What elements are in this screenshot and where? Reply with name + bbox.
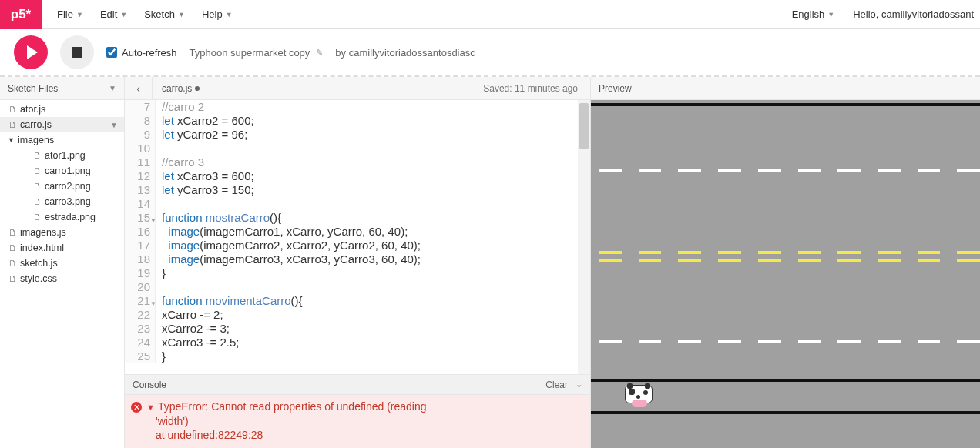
file-estrada-png[interactable]: 🗋estrada.png — [0, 209, 124, 225]
file-icon: 🗋 — [8, 243, 17, 252]
file-icon: 🗋 — [8, 274, 17, 283]
file-ator-js[interactable]: 🗋ator.js — [0, 102, 124, 117]
console-clear-button[interactable]: Clear — [545, 379, 568, 390]
caret-down-icon[interactable]: ▼ — [110, 121, 118, 129]
autorefresh-label: Auto-refresh — [122, 47, 177, 59]
file-icon: 🗋 — [32, 197, 42, 206]
file-sketch-js[interactable]: 🗋sketch.js — [0, 256, 124, 271]
chevron-down-icon[interactable]: ⌄ — [576, 379, 582, 389]
folder-open-icon: ▼ — [8, 136, 15, 144]
caret-down-icon: ▼ — [827, 11, 834, 18]
file-carro-js[interactable]: 🗋carro.js▼ — [0, 117, 124, 132]
error-caret-icon: ▼ — [146, 403, 155, 412]
caret-down-icon: ▼ — [120, 11, 127, 18]
unsaved-dot-icon — [195, 86, 200, 91]
sidebar: Sketch Files ▼ 🗋ator.js 🗋carro.js▼ ▼imag… — [0, 77, 125, 448]
console-title: Console — [133, 379, 166, 390]
editor-tabs: ‹ carro.js Saved: 11 minutes ago — [125, 77, 590, 100]
menu-edit-label: Edit — [100, 8, 117, 20]
scrollbar[interactable] — [578, 100, 590, 374]
pencil-icon[interactable]: ✎ — [316, 48, 323, 58]
preview-pane: Preview — [591, 77, 980, 448]
menu-help[interactable]: Help▼ — [196, 5, 239, 23]
code-editor[interactable]: 7//carro 2 8let xCarro2 = 600; 9let yCar… — [125, 100, 590, 374]
sketch-name[interactable]: Typhoon supermarket copy ✎ — [190, 47, 324, 59]
file-icon: 🗋 — [32, 151, 42, 160]
menu-file-label: File — [57, 8, 73, 20]
tab-carro-js[interactable]: carro.js — [153, 83, 209, 94]
file-carro2-png[interactable]: 🗋carro2.png — [0, 179, 124, 194]
saved-status: Saved: 11 minutes ago — [483, 83, 590, 94]
byline: by camillyvitoriadossantosdiasc — [335, 47, 475, 59]
file-tree: 🗋ator.js 🗋carro.js▼ ▼imagens 🗋ator1.png … — [0, 100, 124, 448]
error-icon: ✕ — [131, 402, 142, 413]
file-icon: 🗋 — [8, 105, 17, 114]
sidebar-title: Sketch Files — [8, 83, 58, 94]
file-imagens-js[interactable]: 🗋imagens.js — [0, 225, 124, 240]
caret-down-icon: ▼ — [226, 11, 233, 18]
play-icon — [27, 45, 38, 59]
file-index-html[interactable]: 🗋index.html — [0, 240, 124, 256]
menu-sketch-label: Sketch — [144, 8, 175, 20]
language-menu[interactable]: English▼ — [786, 5, 841, 23]
stop-icon — [72, 47, 82, 58]
caret-down-icon[interactable]: ▼ — [109, 84, 116, 92]
sprite-actor — [625, 385, 653, 410]
scrollbar-thumb[interactable] — [579, 103, 589, 149]
file-icon: 🗋 — [8, 259, 17, 268]
collapse-sidebar-button[interactable]: ‹ — [125, 77, 153, 100]
caret-down-icon: ▼ — [178, 11, 185, 18]
file-icon: 🗋 — [8, 228, 17, 237]
menubar: File▼ Edit▼ Sketch▼ Help▼ — [42, 5, 786, 23]
file-icon: 🗋 — [32, 166, 42, 176]
editor-pane: ‹ carro.js Saved: 11 minutes ago 7//carr… — [125, 77, 591, 448]
language-label: English — [792, 8, 825, 20]
sidebar-header[interactable]: Sketch Files ▼ — [0, 77, 124, 100]
file-icon: 🗋 — [32, 182, 42, 191]
file-icon: 🗋 — [8, 120, 17, 129]
caret-down-icon: ▼ — [76, 11, 83, 18]
menu-file[interactable]: File▼ — [51, 5, 89, 23]
file-carro3-png[interactable]: 🗋carro3.png — [0, 194, 124, 209]
autorefresh-checkbox[interactable] — [106, 47, 117, 58]
stop-button[interactable] — [60, 35, 94, 69]
console-body[interactable]: ✕▼TypeError: Cannot read properties of u… — [125, 395, 590, 448]
greeting[interactable]: Hello, camillyvitoriadossant — [853, 8, 974, 20]
console-header: Console Clear ⌄ — [125, 375, 590, 395]
preview-header: Preview — [591, 77, 980, 100]
preview-canvas[interactable] — [591, 100, 980, 448]
play-button[interactable] — [14, 35, 48, 69]
menu-help-label: Help — [202, 8, 223, 20]
file-ator1-png[interactable]: 🗋ator1.png — [0, 148, 124, 163]
toolbar: Auto-refresh Typhoon supermarket copy ✎ … — [0, 29, 980, 77]
file-carro1-png[interactable]: 🗋carro1.png — [0, 163, 124, 179]
autorefresh-toggle[interactable]: Auto-refresh — [106, 47, 177, 59]
sketch-name-text: Typhoon supermarket copy — [190, 47, 310, 59]
logo[interactable]: p5* — [0, 0, 42, 29]
console: Console Clear ⌄ ✕▼TypeError: Cannot read… — [125, 374, 590, 448]
author-link[interactable]: camillyvitoriadossantosdiasc — [349, 47, 475, 59]
menu-sketch[interactable]: Sketch▼ — [138, 5, 191, 23]
menu-edit[interactable]: Edit▼ — [94, 5, 133, 23]
preview-title: Preview — [599, 83, 632, 94]
file-icon: 🗋 — [32, 212, 42, 222]
file-style-css[interactable]: 🗋style.css — [0, 271, 124, 286]
folder-imagens[interactable]: ▼imagens — [0, 132, 124, 148]
